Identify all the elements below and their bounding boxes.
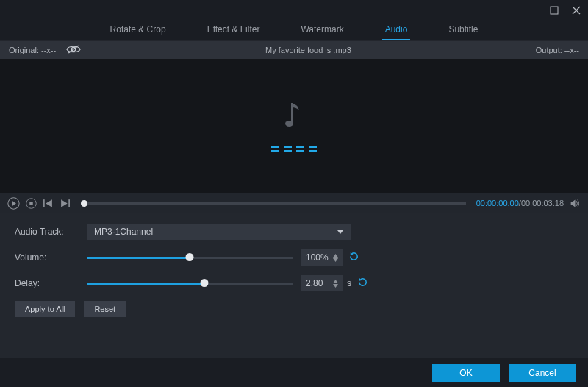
- audio-track-label: Audio Track:: [15, 227, 87, 237]
- cancel-button[interactable]: Cancel: [509, 364, 576, 382]
- preview-visibility-icon[interactable]: [66, 44, 81, 56]
- play-button[interactable]: [7, 197, 20, 210]
- svg-point-5: [285, 121, 293, 127]
- tab-bar: Rotate & Crop Effect & Filter Watermark …: [0, 21, 588, 41]
- delay-value-box[interactable]: 2.80: [301, 275, 343, 291]
- ok-button[interactable]: OK: [432, 364, 500, 382]
- volume-slider[interactable]: [87, 252, 293, 263]
- filename-label: My favorite food is .mp3: [81, 46, 536, 54]
- footer: OK Cancel: [0, 358, 588, 387]
- svg-rect-9: [29, 202, 33, 205]
- audio-settings: Audio Track: MP3-1Channel Volume: 100% D…: [0, 213, 588, 322]
- tab-watermark[interactable]: Watermark: [298, 21, 346, 40]
- audio-track-select[interactable]: MP3-1Channel: [87, 224, 351, 240]
- volume-reset-icon[interactable]: [348, 251, 359, 264]
- delay-unit: s: [347, 278, 351, 288]
- svg-marker-14: [571, 199, 576, 207]
- volume-row: Volume: 100%: [15, 249, 573, 266]
- volume-icon[interactable]: [570, 198, 581, 209]
- apply-all-button[interactable]: Apply to All: [15, 301, 75, 317]
- chevron-down-icon: [337, 228, 344, 235]
- tab-effect-filter[interactable]: Effect & Filter: [204, 21, 263, 40]
- prev-button[interactable]: [43, 198, 54, 209]
- svg-marker-7: [12, 201, 16, 206]
- svg-marker-20: [333, 284, 338, 288]
- audio-track-row: Audio Track: MP3-1Channel: [15, 224, 573, 240]
- titlebar: [0, 0, 588, 21]
- tab-audio[interactable]: Audio: [382, 21, 411, 40]
- delay-reset-icon[interactable]: [357, 277, 368, 290]
- volume-value: 100%: [306, 252, 329, 263]
- svg-marker-16: [333, 254, 338, 258]
- total-time: /00:00:03.18: [519, 199, 564, 207]
- delay-slider[interactable]: [87, 278, 293, 288]
- svg-marker-15: [337, 230, 343, 234]
- stepper-up-icon[interactable]: [333, 254, 338, 258]
- next-button[interactable]: [60, 198, 71, 209]
- svg-rect-10: [43, 199, 45, 207]
- time-display: 00:00:00.00/00:00:03.18: [476, 199, 564, 207]
- stepper-up-icon[interactable]: [333, 280, 338, 283]
- delay-row: Delay: 2.80 s: [15, 275, 573, 291]
- equalizer-icon: [271, 146, 317, 152]
- original-dimensions: Original: --x--: [9, 46, 56, 54]
- delay-value: 2.80: [306, 278, 323, 288]
- tab-rotate-crop[interactable]: Rotate & Crop: [107, 21, 169, 40]
- svg-rect-0: [551, 7, 558, 14]
- player-bar: 00:00:00.00/00:00:03.18: [0, 193, 588, 213]
- volume-label: Volume:: [15, 252, 87, 263]
- delay-label: Delay:: [15, 278, 87, 288]
- reset-button[interactable]: Reset: [84, 301, 126, 317]
- volume-value-box[interactable]: 100%: [301, 249, 343, 266]
- svg-rect-12: [68, 199, 70, 207]
- info-bar: Original: --x-- My favorite food is .mp3…: [0, 41, 588, 59]
- tab-subtitle[interactable]: Subtitle: [445, 21, 481, 40]
- output-dimensions: Output: --x--: [536, 46, 588, 54]
- stepper-down-icon[interactable]: [333, 258, 338, 262]
- audio-track-value: MP3-1Channel: [94, 227, 153, 237]
- svg-marker-17: [333, 258, 338, 262]
- stepper-down-icon[interactable]: [333, 284, 338, 288]
- svg-marker-11: [46, 199, 52, 207]
- action-subrow: Apply to All Reset: [15, 301, 573, 317]
- stop-button[interactable]: [26, 198, 37, 209]
- current-time: 00:00:00.00: [476, 199, 519, 207]
- svg-marker-13: [61, 199, 68, 207]
- maximize-button[interactable]: [550, 6, 559, 15]
- svg-marker-19: [333, 280, 338, 283]
- close-button[interactable]: [572, 6, 581, 15]
- preview-panel: [0, 59, 588, 193]
- timeline-scrubber[interactable]: [81, 202, 466, 205]
- music-note-icon: [284, 100, 304, 132]
